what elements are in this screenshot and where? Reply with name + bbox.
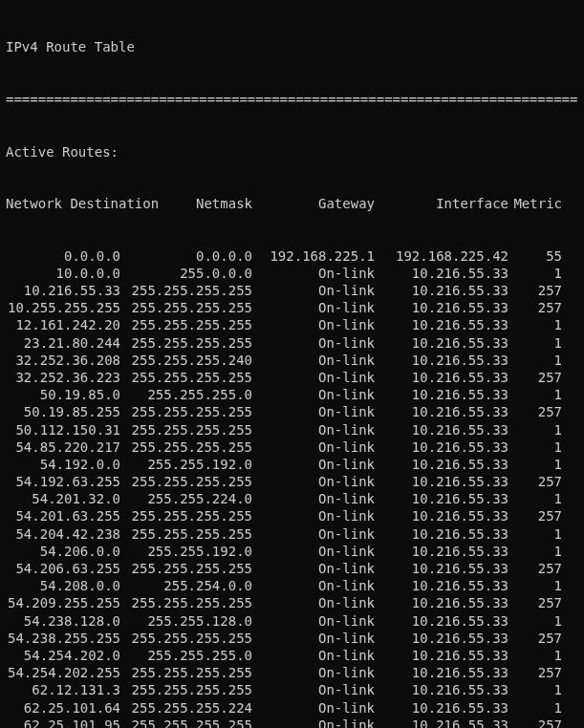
- cell-destination: 32.252.36.208: [6, 352, 120, 369]
- cell-interface: 10.216.55.33: [375, 699, 508, 717]
- cell-interface: 10.216.55.33: [375, 630, 508, 647]
- route-row: 62.25.101.95255.255.255.255On-link10.216…: [6, 717, 578, 728]
- cell-netmask: 255.255.255.255: [120, 525, 252, 543]
- route-row: 23.21.80.244255.255.255.255On-link10.216…: [6, 334, 578, 352]
- cell-metric: 1: [508, 421, 562, 439]
- cell-gateway: On-link: [252, 560, 375, 577]
- cell-netmask: 255.255.255.255: [120, 507, 252, 525]
- cell-destination: 10.255.255.255: [6, 299, 120, 316]
- cell-interface: 10.216.55.33: [375, 647, 508, 664]
- cell-metric: 257: [508, 560, 562, 577]
- cell-destination: 32.252.36.223: [6, 369, 120, 386]
- cell-netmask: 255.255.192.0: [120, 543, 252, 560]
- cell-gateway: On-link: [252, 664, 375, 681]
- cell-destination: 50.112.150.31: [6, 421, 120, 439]
- cell-netmask: 255.255.255.224: [120, 699, 252, 717]
- route-row: 54.201.63.255255.255.255.255On-link10.21…: [6, 507, 578, 525]
- header-gateway: Gateway: [252, 195, 375, 212]
- route-table-title: IPv4 Route Table: [6, 38, 578, 55]
- cell-gateway: On-link: [252, 681, 375, 698]
- route-row: 10.216.55.33255.255.255.255On-link10.216…: [6, 282, 578, 299]
- cell-gateway: On-link: [252, 334, 375, 352]
- cell-destination: 54.204.42.238: [6, 525, 120, 543]
- cell-gateway: On-link: [252, 543, 375, 560]
- cell-netmask: 255.255.255.255: [120, 299, 252, 316]
- cell-gateway: On-link: [252, 265, 375, 282]
- divider: ========================================…: [6, 91, 578, 108]
- route-row: 54.206.63.255255.255.255.255On-link10.21…: [6, 560, 578, 577]
- cell-destination: 10.0.0.0: [6, 265, 120, 282]
- cell-destination: 54.208.0.0: [6, 577, 120, 594]
- cell-gateway: On-link: [252, 299, 375, 316]
- cell-netmask: 255.254.0.0: [120, 577, 252, 594]
- cell-destination: 54.192.0.0: [6, 456, 120, 473]
- cell-metric: 1: [508, 543, 562, 560]
- cell-gateway: On-link: [252, 630, 375, 647]
- cell-destination: 54.206.63.255: [6, 560, 120, 577]
- cell-gateway: On-link: [252, 456, 375, 473]
- cell-gateway: 192.168.225.1: [252, 247, 375, 265]
- cell-interface: 10.216.55.33: [375, 507, 508, 525]
- route-row: 54.209.255.255255.255.255.255On-link10.2…: [6, 594, 578, 611]
- route-row: 54.204.42.238255.255.255.255On-link10.21…: [6, 525, 578, 543]
- column-headers: Network DestinationNetmaskGatewayInterfa…: [6, 195, 578, 212]
- cell-destination: 54.206.0.0: [6, 543, 120, 560]
- cell-netmask: 0.0.0.0: [120, 247, 252, 265]
- cell-metric: 1: [508, 525, 562, 543]
- cell-gateway: On-link: [252, 594, 375, 611]
- route-row: 50.19.85.0255.255.255.0On-link10.216.55.…: [6, 386, 578, 403]
- cell-metric: 257: [508, 594, 562, 611]
- cell-gateway: On-link: [252, 316, 375, 333]
- cell-gateway: On-link: [252, 282, 375, 299]
- cell-gateway: On-link: [252, 352, 375, 369]
- route-row: 62.12.131.3255.255.255.255On-link10.216.…: [6, 681, 578, 698]
- route-row: 54.201.32.0255.255.224.0On-link10.216.55…: [6, 490, 578, 507]
- cell-interface: 10.216.55.33: [375, 612, 508, 630]
- cell-metric: 55: [508, 247, 562, 265]
- route-row: 54.192.63.255255.255.255.255On-link10.21…: [6, 473, 578, 490]
- cell-interface: 10.216.55.33: [375, 369, 508, 386]
- cell-netmask: 255.255.255.255: [120, 334, 252, 352]
- section-header: Active Routes:: [6, 143, 578, 161]
- cell-destination: 62.12.131.3: [6, 681, 120, 698]
- cell-interface: 10.216.55.33: [375, 421, 508, 439]
- cell-destination: 50.19.85.255: [6, 403, 120, 420]
- cell-interface: 10.216.55.33: [375, 664, 508, 681]
- cell-metric: 1: [508, 439, 562, 456]
- cell-destination: 62.25.101.64: [6, 699, 120, 717]
- cell-destination: 54.254.202.255: [6, 664, 120, 681]
- cell-interface: 10.216.55.33: [375, 265, 508, 282]
- cell-netmask: 255.255.255.255: [120, 560, 252, 577]
- cell-metric: 257: [508, 403, 562, 420]
- cell-interface: 10.216.55.33: [375, 577, 508, 594]
- cell-interface: 10.216.55.33: [375, 456, 508, 473]
- cell-interface: 10.216.55.33: [375, 334, 508, 352]
- route-row: 32.252.36.223255.255.255.255On-link10.21…: [6, 369, 578, 386]
- cell-netmask: 255.255.255.255: [120, 421, 252, 439]
- cell-netmask: 255.255.224.0: [120, 490, 252, 507]
- cell-interface: 10.216.55.33: [375, 439, 508, 456]
- route-row: 10.0.0.0255.0.0.0On-link10.216.55.331: [6, 265, 578, 282]
- cell-metric: 257: [508, 369, 562, 386]
- header-metric: Metric: [508, 195, 562, 212]
- route-row: 50.112.150.31255.255.255.255On-link10.21…: [6, 421, 578, 439]
- cell-metric: 257: [508, 664, 562, 681]
- cell-metric: 1: [508, 699, 562, 717]
- cell-metric: 1: [508, 612, 562, 630]
- cell-metric: 257: [508, 630, 562, 647]
- cell-destination: 54.85.220.217: [6, 439, 120, 456]
- cell-gateway: On-link: [252, 403, 375, 420]
- cell-metric: 257: [508, 507, 562, 525]
- cell-gateway: On-link: [252, 717, 375, 728]
- cell-netmask: 255.255.255.255: [120, 403, 252, 420]
- route-row: 54.85.220.217255.255.255.255On-link10.21…: [6, 439, 578, 456]
- cell-netmask: 255.255.255.240: [120, 352, 252, 369]
- cell-netmask: 255.255.255.255: [120, 594, 252, 611]
- cell-netmask: 255.255.128.0: [120, 612, 252, 630]
- cell-gateway: On-link: [252, 421, 375, 439]
- cell-metric: 1: [508, 490, 562, 507]
- cell-destination: 54.201.32.0: [6, 490, 120, 507]
- cell-gateway: On-link: [252, 647, 375, 664]
- cell-interface: 10.216.55.33: [375, 352, 508, 369]
- cell-gateway: On-link: [252, 369, 375, 386]
